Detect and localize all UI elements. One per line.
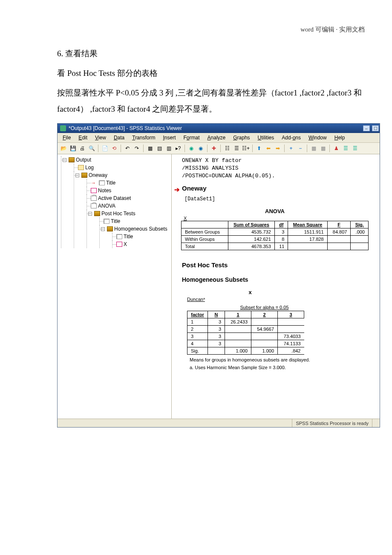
tree-notes[interactable]: Notes — [98, 187, 111, 194]
col-df: df — [274, 221, 288, 228]
promote-icon[interactable]: ⬆ — [255, 144, 263, 153]
maximize-button[interactable]: ☐ — [372, 125, 379, 131]
tree-anova[interactable]: ANOVA — [98, 202, 115, 210]
show-hide2-icon[interactable]: ▦ — [319, 144, 327, 153]
preview-icon[interactable]: 🔍 — [87, 144, 96, 153]
goto-data-icon[interactable]: ▦ — [146, 144, 154, 153]
col-ss: Sum of Squares — [228, 221, 275, 228]
back-icon[interactable]: ⬅ — [264, 144, 273, 153]
menu-graphs[interactable]: Graphs — [230, 134, 253, 142]
menu-analyze[interactable]: Analyze — [204, 134, 229, 142]
arrow-icon: → — [91, 179, 96, 187]
duncan-note-2: a. Uses Harmonic Mean Sample Size = 3.00… — [190, 365, 317, 370]
forward-icon[interactable]: ➡ — [274, 144, 282, 153]
collapse-icon[interactable]: − — [101, 227, 105, 231]
book-icon[interactable]: ☰ — [341, 144, 350, 153]
table-row: 1 3 26.2433 — [187, 318, 304, 325]
menu-help[interactable]: Help — [331, 134, 349, 142]
output-viewer[interactable]: ONEWAY X BY factor /MISSING ANALYSIS /PO… — [172, 154, 380, 419]
table-icon — [91, 203, 97, 208]
collapse-icon[interactable]: − — [88, 212, 92, 216]
window-titlebar[interactable]: *Output43 [Document43] - SPSS Statistics… — [58, 124, 380, 133]
col-f: F — [327, 221, 351, 228]
separator — [207, 145, 208, 152]
anova-table: Sum of Squares df Mean Square F Sig. Bet… — [181, 221, 369, 250]
spss-app-icon — [60, 125, 66, 131]
log-icon — [78, 165, 84, 170]
menu-data[interactable]: Data — [110, 134, 128, 142]
variables-icon[interactable]: ▥ — [164, 144, 173, 153]
doc-step-title: 6. 查看结果 — [57, 46, 365, 62]
table-icon — [116, 242, 122, 247]
pivot-icon[interactable]: ☷ — [223, 144, 231, 153]
statusbar: SPSS Statistics Processor is ready — [58, 419, 380, 427]
menu-format[interactable]: Format — [180, 134, 203, 142]
select-last-icon[interactable]: ◉ — [187, 144, 196, 153]
expand-icon[interactable]: + — [287, 144, 295, 153]
collapse-icon[interactable]: − — [296, 144, 305, 153]
tree-posthoc[interactable]: Post Hoc Tests — [101, 210, 135, 217]
book-icon — [94, 211, 100, 216]
separator — [184, 145, 185, 152]
page-icon — [104, 219, 110, 224]
filter-icon[interactable]: ☰ — [232, 144, 241, 153]
menu-file[interactable]: File — [59, 134, 74, 142]
help-icon[interactable]: ☰ — [351, 144, 359, 153]
tree-log[interactable]: Log — [85, 164, 94, 171]
tree-output[interactable]: Output — [76, 156, 91, 164]
syntax-block: ONEWAY X BY factor /MISSING ANALYSIS /PO… — [182, 157, 375, 180]
print-icon[interactable]: 🖨 — [78, 144, 86, 153]
tree-oneway[interactable]: Oneway — [89, 171, 107, 179]
tree-h-x[interactable]: X — [124, 240, 127, 248]
minimize-button[interactable]: – — [363, 125, 370, 131]
col-sig: Sig. — [351, 221, 369, 228]
redo-icon[interactable]: ↷ — [133, 144, 141, 153]
collapse-icon[interactable]: − — [75, 173, 79, 177]
doc-step-desc: 看 Post Hoc Tests 部分的表格 — [57, 65, 365, 81]
tree-homog[interactable]: Homogeneous Subsets — [114, 225, 167, 233]
designate-window-icon[interactable]: ✚ — [210, 144, 218, 153]
menu-insert[interactable]: Insert — [159, 134, 179, 142]
tree-ph-title[interactable]: Title — [111, 217, 120, 225]
col-s1: 1 — [225, 311, 251, 318]
menu-window[interactable]: Window — [305, 134, 330, 142]
tree-title[interactable]: Title — [106, 179, 115, 187]
col-blank — [182, 221, 228, 228]
menu-addons[interactable]: Add-ons — [278, 134, 304, 142]
syntax-line: /POSTHOC=DUNCAN ALPHA(0.05). — [182, 172, 375, 180]
arrow-icon: ➔ — [174, 186, 180, 194]
col-ms: Mean Square — [288, 221, 327, 228]
pivot2-icon[interactable]: ☷+ — [242, 144, 250, 153]
outline-tree: −Output Log −Oneway →Title Notes Active … — [58, 156, 170, 248]
book-icon — [107, 226, 113, 231]
menu-view[interactable]: View — [92, 134, 110, 142]
tree-h-title[interactable]: Title — [124, 233, 133, 240]
dataset-label: [DataSet1] — [184, 196, 375, 202]
collapse-icon[interactable]: − — [63, 158, 66, 162]
menu-edit[interactable]: Edit — [75, 134, 91, 142]
table-row: 2 3 54.9667 — [187, 325, 304, 332]
duncan-note-1: Means for groups in homogeneous subsets … — [190, 357, 317, 362]
export-icon[interactable]: 📄 — [101, 144, 109, 153]
doc-step-explain: 按照显著性水平 P<0.05 分成 3 列 ,三者之间有着显著性差异（facto… — [57, 85, 365, 117]
separator — [307, 145, 307, 152]
dialog-recall-icon[interactable]: ⟲ — [110, 144, 118, 153]
undo-icon[interactable]: ↶ — [123, 144, 132, 153]
goto-case-icon[interactable]: ▤ — [155, 144, 164, 153]
person-icon[interactable]: ♟ — [332, 144, 340, 153]
dataset-icon — [91, 196, 97, 201]
insert-title-icon[interactable]: ▸? — [174, 144, 182, 153]
book-icon — [81, 173, 87, 178]
menu-transform[interactable]: Transform — [129, 134, 159, 142]
run-icon[interactable]: ◉ — [196, 144, 205, 153]
subset-header: Subset for alpha = 0.05 — [225, 304, 304, 311]
open-icon[interactable]: 📂 — [59, 144, 68, 153]
save-icon[interactable]: 💾 — [69, 144, 77, 153]
outline-pane[interactable]: −Output Log −Oneway →Title Notes Active … — [58, 154, 172, 419]
show-hide-icon[interactable]: ▦ — [309, 144, 318, 153]
tree-activedataset[interactable]: Active Dataset — [98, 194, 131, 202]
syntax-line: ONEWAY X BY factor — [182, 157, 375, 165]
menu-utilities[interactable]: Utilities — [254, 134, 278, 142]
status-text: SPSS Statistics Processor is ready — [292, 419, 372, 427]
duncan-label: Duncanᵃ — [187, 297, 375, 302]
